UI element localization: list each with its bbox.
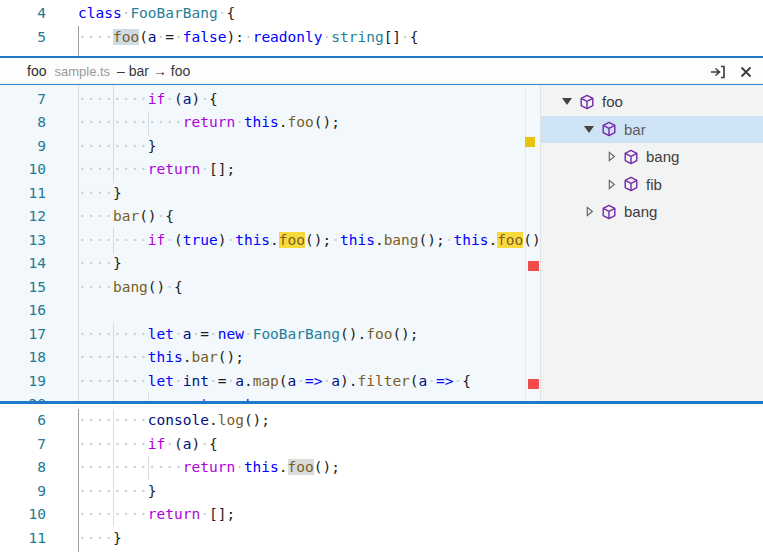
line-number: 16: [0, 299, 46, 323]
line-number: 18: [0, 346, 46, 370]
line-number: 10: [0, 503, 46, 527]
overview-ruler-marker[interactable]: [528, 261, 539, 271]
code-line[interactable]: 16: [0, 299, 540, 323]
code-line[interactable]: 17········let·a·=·new·FooBarBang().foo()…: [0, 323, 540, 347]
line-number: 11: [0, 182, 46, 206]
peek-body: 6········console.log();7········if·(a)·{…: [0, 85, 763, 401]
line-number: 4: [0, 2, 46, 26]
peek-title: foo: [27, 63, 46, 79]
code-line[interactable]: 9········}: [0, 135, 540, 159]
line-number: 12: [0, 205, 46, 229]
code-line[interactable]: 14····}: [0, 252, 540, 276]
line-number: 8: [0, 456, 46, 480]
code-line[interactable]: 8············return·this.foo();: [0, 111, 540, 135]
line-number: 9: [0, 135, 46, 159]
indent-guide: [78, 85, 79, 401]
line-number: 17: [0, 323, 46, 347]
tree-item-label: foo: [602, 93, 623, 110]
symbol-method-icon: [579, 94, 595, 110]
indent-guide: [113, 409, 114, 527]
line-number: 14: [0, 252, 46, 276]
code-line[interactable]: 10········return·[];: [0, 158, 540, 182]
highlighted-token: foo: [279, 232, 305, 248]
chevron-collapsed-icon[interactable]: [605, 151, 617, 162]
line-number: 11: [0, 527, 46, 551]
line-number: 20: [0, 393, 46, 401]
code-line[interactable]: 18········this.bar();: [0, 346, 540, 370]
close-icon[interactable]: [737, 63, 755, 81]
symbol-method-icon: [601, 204, 617, 220]
tree-item-bang[interactable]: bang: [541, 198, 763, 226]
editor-above-peek[interactable]: 4class·FooBarBang·{5····foo(a·=·false):·…: [0, 0, 763, 56]
tree-item-bar[interactable]: bar: [541, 116, 763, 144]
line-number: 13: [0, 229, 46, 253]
overview-ruler-marker[interactable]: [528, 379, 539, 389]
line-number: 7: [0, 433, 46, 457]
symbol-method-icon: [623, 149, 639, 165]
chevron-collapsed-icon[interactable]: [583, 206, 595, 217]
tree-item-label: bar: [624, 121, 646, 138]
code-line[interactable]: 19········let·int·=·a.map(a·=>·a).filter…: [0, 370, 540, 394]
code-line[interactable]: 8············return·this.foo();: [0, 456, 763, 480]
line-number: 9: [0, 480, 46, 504]
code-line[interactable]: 15····bang()·{: [0, 276, 540, 300]
indent-guide: [148, 393, 149, 401]
indent-guide: [113, 85, 114, 183]
highlighted-token: foo: [288, 459, 314, 475]
tree-item-label: fib: [646, 176, 662, 193]
indent-guide: [113, 228, 114, 254]
code-line[interactable]: 6········console.log();: [0, 409, 763, 433]
code-line[interactable]: 7········if·(a)·{: [0, 433, 763, 457]
line-number: 15: [0, 276, 46, 300]
line-number: 7: [0, 88, 46, 112]
code-line[interactable]: 11····}: [0, 527, 763, 551]
peek-header: foo sample.ts – bar → foo: [0, 58, 763, 85]
tree-item-label: bang: [624, 203, 657, 220]
line-number: 10: [0, 158, 46, 182]
indent-guide: [78, 26, 79, 56]
tree-item-foo[interactable]: foo: [541, 88, 763, 116]
highlighted-token: foo: [497, 232, 523, 248]
code-line[interactable]: 10········return·[];: [0, 503, 763, 527]
code-line[interactable]: 20············return·true;: [0, 393, 540, 401]
code-line[interactable]: 13········if·(true)·this.foo();·this.ban…: [0, 229, 540, 253]
code-line[interactable]: 5····foo(a·=·false):·readonly·string[]·{: [0, 26, 763, 50]
code-line[interactable]: 9········}: [0, 480, 763, 504]
chevron-expanded-icon[interactable]: [561, 98, 573, 105]
code-line[interactable]: 4class·FooBarBang·{: [0, 2, 763, 26]
line-number: 5: [0, 26, 46, 50]
indent-guide: [113, 323, 114, 401]
editor-below-peek[interactable]: 6········console.log();7········if·(a)·{…: [0, 405, 763, 553]
vscode-editor-screen: 4class·FooBarBang·{5····foo(a·=·false):·…: [0, 0, 763, 553]
peek-widget: foo sample.ts – bar → foo: [0, 56, 763, 404]
tree-item-label: bang: [646, 148, 679, 165]
code-line[interactable]: 11····}: [0, 182, 540, 206]
tree-item-fib[interactable]: fib: [541, 171, 763, 199]
call-hierarchy-tree: foobarbangfibbang: [540, 85, 763, 401]
line-number: 6: [0, 409, 46, 433]
indent-guide: [148, 456, 149, 480]
line-number: 8: [0, 111, 46, 135]
move-into-editor-icon[interactable]: [709, 63, 727, 81]
indent-guide: [148, 111, 149, 136]
peek-code-editor[interactable]: 6········console.log();7········if·(a)·{…: [0, 85, 540, 401]
peek-filename: sample.ts: [54, 64, 110, 79]
overview-ruler-marker[interactable]: [525, 137, 535, 147]
line-number: 19: [0, 370, 46, 394]
indent-guide: [78, 409, 79, 552]
chevron-collapsed-icon[interactable]: [605, 179, 617, 190]
symbol-method-icon: [601, 121, 617, 137]
chevron-expanded-icon[interactable]: [583, 126, 595, 133]
tree-item-bang[interactable]: bang: [541, 143, 763, 171]
highlighted-token: foo: [113, 29, 139, 45]
peek-actions: [709, 58, 755, 85]
symbol-method-icon: [623, 176, 639, 192]
peek-meta: – bar → foo: [117, 63, 190, 79]
code-line[interactable]: 12····bar()·{: [0, 205, 540, 229]
overview-ruler: [525, 85, 540, 401]
code-line[interactable]: 7········if·(a)·{: [0, 88, 540, 112]
